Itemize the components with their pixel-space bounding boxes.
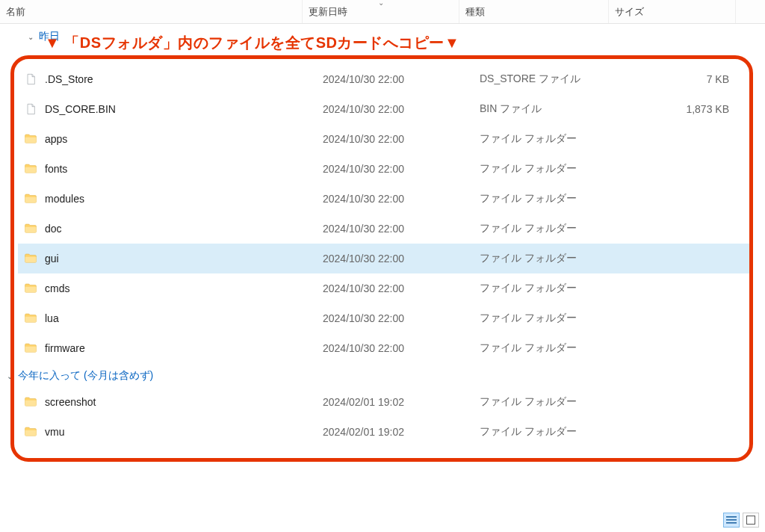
file-type-cell: ファイル フォルダー — [474, 222, 631, 235]
file-name-label: fonts — [45, 163, 67, 175]
column-header-size[interactable]: サイズ — [609, 0, 736, 23]
file-name-label: .DS_Store — [45, 73, 93, 85]
file-size-cell: 7 KB — [631, 73, 735, 85]
file-icon — [24, 72, 37, 86]
file-name-label: firmware — [45, 342, 85, 354]
file-row[interactable]: vmu2024/02/01 19:02ファイル フォルダー — [18, 417, 752, 447]
file-row[interactable]: apps2024/10/30 22:00ファイル フォルダー — [18, 124, 752, 154]
file-name-cell: firmware — [18, 341, 317, 355]
folder-icon — [24, 132, 37, 146]
file-row[interactable]: screenshot2024/02/01 19:02ファイル フォルダー — [18, 387, 752, 417]
column-header-date[interactable]: ⌄ 更新日時 — [303, 0, 459, 23]
file-type-cell: ファイル フォルダー — [474, 312, 631, 325]
file-date-cell: 2024/02/01 19:02 — [317, 426, 474, 438]
file-date-cell: 2024/10/30 22:00 — [317, 253, 474, 265]
thumbnail-view-icon — [746, 516, 755, 525]
folder-icon — [24, 252, 37, 265]
folder-icon — [24, 341, 37, 355]
file-name-cell: cmds — [18, 282, 317, 295]
file-name-cell: gui — [18, 252, 317, 265]
file-list: .DS_Store2024/10/30 22:00DS_STORE ファイル7 … — [18, 64, 752, 447]
file-name-cell: apps — [18, 132, 317, 146]
details-view-icon — [726, 516, 737, 525]
file-row[interactable]: lua2024/10/30 22:00ファイル フォルダー — [18, 303, 752, 333]
file-name-label: gui — [45, 253, 59, 265]
column-header-row: 名前 ⌄ 更新日時 種類 サイズ — [0, 0, 765, 24]
folder-icon — [24, 282, 37, 295]
file-name-cell: vmu — [18, 425, 317, 439]
column-header-type-label: 種類 — [465, 5, 485, 19]
file-date-cell: 2024/10/30 22:00 — [317, 312, 474, 324]
file-size-cell: 1,873 KB — [631, 103, 735, 115]
file-type-cell: ファイル フォルダー — [474, 395, 631, 409]
file-row[interactable]: gui2024/10/30 22:00ファイル フォルダー — [18, 244, 752, 273]
folder-icon — [24, 192, 37, 205]
file-type-cell: ファイル フォルダー — [474, 132, 631, 146]
file-row[interactable]: doc2024/10/30 22:00ファイル フォルダー — [18, 214, 752, 244]
column-header-name-label: 名前 — [6, 5, 25, 19]
folder-icon — [24, 162, 37, 176]
file-date-cell: 2024/10/30 22:00 — [317, 342, 474, 354]
file-type-cell: ファイル フォルダー — [474, 252, 631, 265]
file-type-cell: ファイル フォルダー — [474, 192, 631, 205]
file-name-label: lua — [45, 312, 59, 324]
svg-rect-2 — [726, 522, 737, 524]
details-view-button[interactable] — [723, 513, 740, 528]
file-name-cell: DS_CORE.BIN — [18, 102, 317, 116]
file-name-cell: doc — [18, 222, 317, 235]
file-row[interactable]: .DS_Store2024/10/30 22:00DS_STORE ファイル7 … — [18, 64, 752, 94]
file-name-label: cmds — [45, 282, 69, 294]
file-date-cell: 2024/10/30 22:00 — [317, 73, 474, 85]
file-name-label: screenshot — [45, 396, 96, 408]
file-name-cell: fonts — [18, 162, 317, 176]
group-header-this-year-label: 今年に入って (今月は含めず) — [18, 369, 153, 383]
column-header-type[interactable]: 種類 — [459, 0, 609, 23]
folder-icon — [24, 222, 37, 235]
file-name-cell: lua — [18, 312, 317, 325]
file-date-cell: 2024/02/01 19:02 — [317, 396, 474, 408]
folder-icon — [24, 312, 37, 325]
file-date-cell: 2024/10/30 22:00 — [317, 133, 474, 145]
file-type-cell: DS_STORE ファイル — [474, 72, 631, 86]
file-row[interactable]: firmware2024/10/30 22:00ファイル フォルダー — [18, 333, 752, 363]
file-icon — [24, 102, 37, 116]
file-row[interactable]: cmds2024/10/30 22:00ファイル フォルダー — [18, 273, 752, 303]
chevron-down-icon: ⌄ — [6, 372, 13, 380]
file-type-cell: ファイル フォルダー — [474, 341, 631, 355]
file-date-cell: 2024/10/30 22:00 — [317, 163, 474, 175]
file-row[interactable]: modules2024/10/30 22:00ファイル フォルダー — [18, 184, 752, 214]
svg-rect-0 — [726, 516, 737, 518]
svg-rect-1 — [726, 519, 737, 521]
file-name-cell: screenshot — [18, 395, 317, 409]
folder-icon — [24, 425, 37, 439]
file-name-label: modules — [45, 193, 84, 205]
file-type-cell: BIN ファイル — [474, 102, 631, 116]
column-header-name[interactable]: 名前 — [0, 0, 303, 23]
sort-indicator-icon: ⌄ — [378, 0, 384, 7]
file-type-cell: ファイル フォルダー — [474, 282, 631, 295]
file-row[interactable]: fonts2024/10/30 22:00ファイル フォルダー — [18, 154, 752, 184]
file-name-label: apps — [45, 133, 67, 145]
file-date-cell: 2024/10/30 22:00 — [317, 193, 474, 205]
file-name-cell: .DS_Store — [18, 72, 317, 86]
thumbnail-view-button[interactable] — [743, 513, 759, 528]
view-switcher — [723, 513, 759, 528]
file-name-label: DS_CORE.BIN — [45, 103, 116, 115]
svg-rect-3 — [747, 516, 755, 525]
file-row[interactable]: DS_CORE.BIN2024/10/30 22:00BIN ファイル1,873… — [18, 94, 752, 124]
file-type-cell: ファイル フォルダー — [474, 162, 631, 176]
column-header-size-label: サイズ — [615, 5, 644, 19]
folder-icon — [24, 395, 37, 409]
file-date-cell: 2024/10/30 22:00 — [317, 223, 474, 235]
column-header-date-label: 更新日時 — [309, 5, 347, 19]
annotation-text: ▼ 「DSフォルダ」内のファイルを全てSDカードへコピー▼ — [0, 28, 459, 56]
group-header-this-year[interactable]: ⌄今年に入って (今月は含めず) — [6, 363, 752, 387]
file-date-cell: 2024/10/30 22:00 — [317, 103, 474, 115]
file-date-cell: 2024/10/30 22:00 — [317, 282, 474, 294]
file-name-label: doc — [45, 223, 62, 235]
file-type-cell: ファイル フォルダー — [474, 425, 631, 439]
file-name-label: vmu — [45, 426, 64, 438]
file-name-cell: modules — [18, 192, 317, 205]
